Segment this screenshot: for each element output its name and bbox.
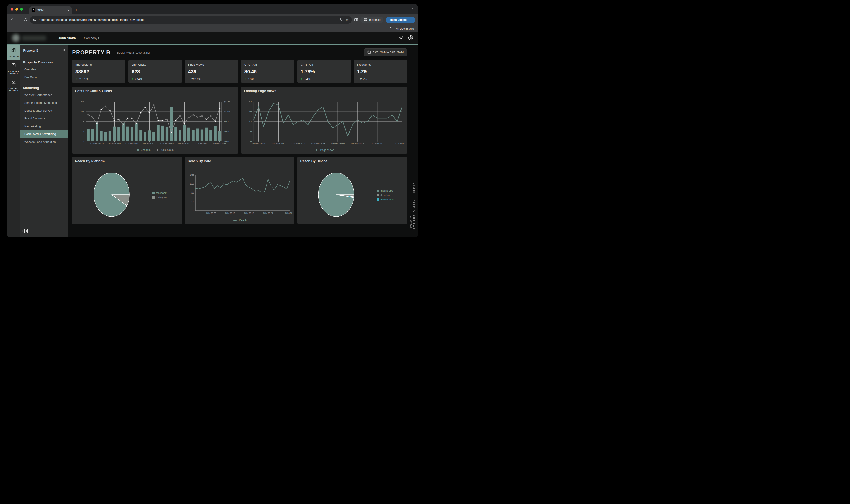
up-arrow-icon: ↑ [245, 77, 246, 81]
up-arrow-icon: ↑ [75, 77, 77, 81]
kpi-card-cpc-all-: CPC (All) $0.46 ↑ 3.8% [241, 60, 294, 83]
date-range-picker[interactable]: 1 03/01/2024 – 03/31/2024 [364, 49, 407, 56]
legend-label: instagram [156, 196, 167, 199]
user-name: John Smith [58, 36, 76, 40]
svg-text:2024-03-27: 2024-03-27 [195, 142, 209, 144]
menu-item-website-lead-attribution[interactable]: Website Lead Attribution [20, 138, 68, 146]
finish-update-button[interactable]: Finish update ⋮ [386, 17, 415, 23]
kpi-label: Impressions [75, 63, 122, 66]
svg-text:2024-03-14: 2024-03-14 [311, 142, 325, 144]
svg-text:1050: 1050 [190, 183, 194, 185]
chart-title: Reach By Platform [75, 159, 105, 163]
browser-menu-kebab-icon[interactable]: ⋮ [409, 18, 414, 22]
legend-line-dot [155, 149, 160, 151]
property-selector[interactable]: Property B [20, 45, 68, 55]
building-icon [11, 48, 16, 54]
forward-button[interactable] [17, 18, 21, 22]
legend-label: desktop [381, 194, 390, 196]
back-button[interactable] [10, 18, 14, 22]
menu-item-website-performance[interactable]: Website Performance [20, 91, 68, 99]
legend-item-reach[interactable]: Reach [233, 219, 247, 222]
svg-text:0: 0 [83, 140, 84, 142]
menu-item-search-engine-marketing[interactable]: Search Engine Marketing [20, 99, 68, 107]
kpi-card-ctr-all-: CTR (All) 1.78% ↑ 5.4% [297, 60, 351, 83]
kpi-delta: 234% [135, 77, 142, 81]
svg-text:2024-03-11: 2024-03-11 [125, 142, 139, 144]
legend-label: mobile app [381, 189, 393, 192]
zoom-out-icon[interactable] [338, 17, 342, 22]
reload-button[interactable] [23, 18, 28, 22]
svg-text:2024-03-26: 2024-03-26 [370, 142, 384, 144]
rail-item-properties[interactable]: PROPERTIES [7, 45, 20, 60]
chart-title: Reach By Device [300, 159, 327, 163]
all-bookmarks-button[interactable]: All Bookmarks [396, 27, 414, 30]
legend-item-facebook[interactable]: facebook [152, 192, 167, 194]
legend-item-desktop[interactable]: desktop [377, 194, 394, 196]
legend-swatch [377, 194, 379, 196]
site-settings-icon[interactable] [33, 18, 36, 22]
kpi-card-link-clicks: Link Clicks 628 ↑ 234% [128, 60, 182, 83]
property-selector-label: Property B [23, 49, 39, 52]
minimize-window-button[interactable] [15, 8, 18, 11]
browser-tab-sdm[interactable]: S SDM ✕ [30, 6, 72, 14]
legend-item-page-views[interactable]: Page Views [314, 148, 334, 151]
legend-item-mobile-app[interactable]: mobile app [377, 189, 394, 192]
legend-item-cpc-all-[interactable]: Cpc (all) [137, 148, 151, 151]
url-bar[interactable]: reporting.streetdigitalmedia.com/propert… [30, 16, 352, 24]
menu-item-brand-awareness[interactable]: Brand Awareness [20, 114, 68, 122]
kpi-value: $0.46 [245, 69, 291, 75]
legend-swatch [152, 196, 155, 199]
menu-item-overview[interactable]: Overview [20, 66, 68, 73]
legend-label: mobile web [381, 198, 394, 201]
menu-item-digital-market-survey[interactable]: Digital Market Survey [20, 107, 68, 114]
bookmarks-bar: All Bookmarks [7, 25, 418, 32]
bookmark-star-icon[interactable]: ☆ [346, 18, 349, 22]
theme-toggle-sun-icon[interactable] [399, 35, 403, 41]
kpi-delta: 5.4% [304, 77, 310, 81]
reach-by-platform-pie[interactable] [87, 171, 138, 219]
kpi-value: 38882 [75, 69, 122, 75]
legend-item-mobile-web[interactable]: mobile web [377, 198, 394, 201]
chart-legend: mobile appdesktopmobile web [377, 189, 394, 201]
legend-item-clicks-all-[interactable]: Clicks (all) [155, 148, 174, 151]
svg-text:9: 9 [83, 130, 84, 132]
main-content: PROPERTY B Social Media Advertising 1 03… [68, 45, 418, 237]
menu-section-heading: Marketing [20, 81, 68, 91]
kpi-card-frequency: Frequency 1.29 ↑ 2.7% [354, 60, 407, 83]
company-logo-blurred [12, 34, 49, 43]
svg-text:2024-03-19: 2024-03-19 [160, 142, 174, 144]
account-icon[interactable] [408, 35, 413, 41]
svg-text:2024-03-03: 2024-03-03 [90, 142, 104, 144]
app-header: John Smith Company B [7, 32, 418, 45]
kpi-value: 439 [188, 69, 235, 75]
chart-title: Cost Per Click & Clicks [75, 89, 112, 93]
rail-item-portfolio-overview[interactable]: PORTFOLIO OVERVIEW [7, 60, 20, 77]
tab-search-chevron-icon[interactable] [412, 7, 415, 12]
kpi-card-page-views: Page Views 439 ↑ 262.8% [185, 60, 238, 83]
chart-legend: facebookinstagram [152, 192, 167, 199]
menu-item-box-score[interactable]: Box Score [20, 73, 68, 81]
svg-text:2024-03-23: 2024-03-23 [178, 142, 191, 144]
close-window-button[interactable] [11, 8, 13, 11]
new-tab-button[interactable]: + [75, 8, 77, 13]
side-panel-icon[interactable] [354, 18, 358, 22]
forecast-icon [11, 80, 16, 86]
svg-text:700: 700 [191, 192, 194, 194]
zoom-window-button[interactable] [20, 8, 23, 11]
site-favicon: S [32, 8, 36, 12]
legend-item-instagram[interactable]: instagram [152, 196, 167, 199]
menu-item-remarketing[interactable]: Remarketing [20, 122, 68, 130]
reach-by-date-chart[interactable]: 0350700105014002024-03-062024-03-122024-… [185, 165, 295, 217]
sidebar-collapse-icon[interactable] [22, 228, 28, 234]
url-text[interactable]: reporting.streetdigitalmedia.com/propert… [39, 18, 336, 21]
rail-item-forecast-planner[interactable]: FORECAST PLANNER [7, 77, 20, 94]
tab-close-icon[interactable]: ✕ [67, 9, 70, 12]
landing-page-views-chart[interactable]: 061218242024-03-022024-03-062024-03-1020… [241, 95, 407, 146]
svg-text:2024-03-07: 2024-03-07 [108, 142, 121, 144]
menu-item-social-media-advertising[interactable]: Social Media Advertising [20, 130, 68, 138]
browser-window: S SDM ✕ + reporting.streetdigitalmedia.c… [7, 4, 418, 237]
svg-text:6: 6 [250, 130, 252, 132]
cpc-clicks-chart[interactable]: 09182736$0.00$0.35$0.70$1.05$1.402024-03… [72, 95, 238, 146]
svg-text:2024-03-18: 2024-03-18 [244, 212, 254, 214]
reach-by-device-pie[interactable] [311, 171, 362, 219]
